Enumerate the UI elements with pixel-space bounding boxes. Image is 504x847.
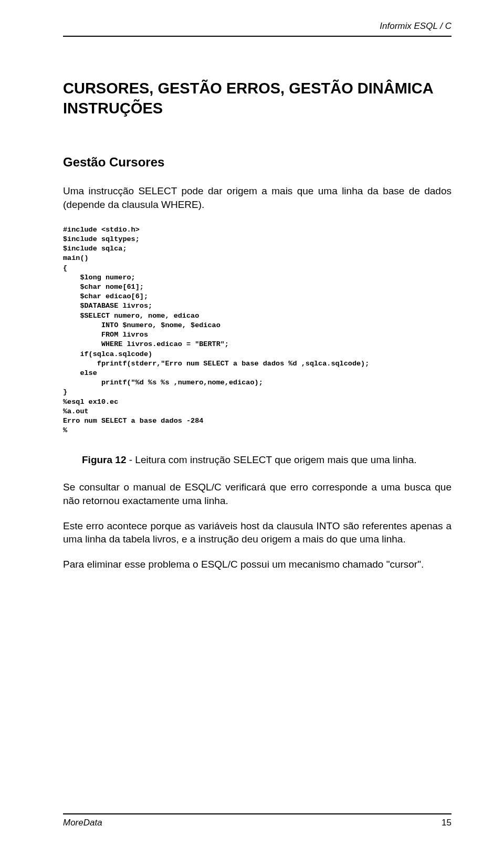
footer-left-text: MoreData xyxy=(63,818,102,828)
header-title: Informix ESQL / C xyxy=(380,21,452,31)
running-header: Informix ESQL / C xyxy=(63,21,452,32)
heading-line-2: INSTRUÇÕES xyxy=(63,100,163,117)
section-heading: CURSORES, GESTÃO ERROS, GESTÃO DINÂMICA … xyxy=(63,79,452,118)
intro-paragraph: Uma instrucção SELECT pode dar origem a … xyxy=(63,184,452,211)
body-paragraph-2: Se consultar o manual de ESQL/C verifica… xyxy=(63,480,452,507)
subsection-heading: Gestão Cursores xyxy=(63,155,452,170)
figure-caption-text: - Leitura com instrução SELECT que orige… xyxy=(126,454,416,465)
code-listing: #include <stdio.h> $include sqltypes; $i… xyxy=(63,225,452,436)
header-rule xyxy=(63,36,452,37)
body-paragraph-4: Para eliminar esse problema o ESQL/C pos… xyxy=(63,558,452,571)
footer-rule xyxy=(63,813,452,814)
heading-line-1: CURSORES, GESTÃO ERROS, GESTÃO DINÂMICA xyxy=(63,80,434,97)
body-paragraph-3: Este erro acontece porque as variáveis h… xyxy=(63,519,452,546)
page-number: 15 xyxy=(442,818,452,828)
figure-caption: Figura 12 - Leitura com instrução SELECT… xyxy=(82,454,452,466)
figure-label: Figura 12 xyxy=(82,454,126,465)
page-footer: MoreData 15 xyxy=(63,813,452,828)
